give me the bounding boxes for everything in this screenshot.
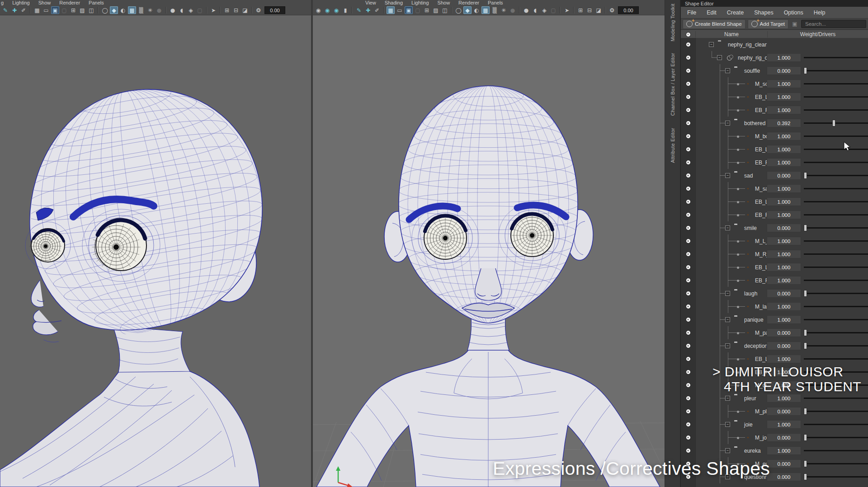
shape-row[interactable]: EB_R_bo 1.000 xyxy=(681,156,868,169)
weight-slider[interactable] xyxy=(804,431,868,444)
shape-name[interactable]: EB_L_sou xyxy=(755,94,767,100)
weight-value-field[interactable]: 1.000 xyxy=(767,93,801,101)
exposure-icon[interactable]: ❂ xyxy=(255,6,263,14)
visibility-toggle[interactable] xyxy=(681,278,695,283)
viewport-menu-item[interactable]: g xyxy=(1,0,4,5)
visibility-toggle[interactable] xyxy=(681,343,695,348)
shape-row[interactable]: deception 0.000 xyxy=(681,339,868,352)
visibility-toggle[interactable] xyxy=(681,330,695,335)
visibility-toggle[interactable] xyxy=(681,94,695,99)
textured-icon[interactable]: ▩ xyxy=(481,6,490,14)
wireframe-icon[interactable]: ◯ xyxy=(454,6,462,14)
textured-icon[interactable]: ▩ xyxy=(128,6,136,14)
weight-value-field[interactable]: 1.000 xyxy=(767,211,801,219)
visibility-toggle[interactable] xyxy=(681,225,695,230)
weight-value-field[interactable]: 0.000 xyxy=(767,459,801,468)
weight-value-field[interactable]: 1.000 xyxy=(767,53,801,62)
shape-row[interactable]: sad 0.000 xyxy=(681,169,868,182)
create-blend-shape-button[interactable]: Create Blend Shape xyxy=(683,19,745,29)
xray-joints-icon[interactable]: ⊟ xyxy=(232,6,240,14)
shape-row[interactable]: EB_L_bot 1.000 xyxy=(681,143,868,156)
weight-value-field[interactable]: 1.000 xyxy=(767,237,801,245)
shape-row[interactable]: panique 1.000 xyxy=(681,313,868,326)
weight-slider[interactable] xyxy=(804,352,868,365)
tab-attribute-editor[interactable]: Attribute Editor xyxy=(670,128,675,163)
visibility-toggle[interactable] xyxy=(681,121,695,126)
weight-value-field[interactable]: 0.000 xyxy=(767,473,801,481)
weight-slider[interactable] xyxy=(804,326,868,339)
shape-editor-menu-item[interactable]: Options xyxy=(784,9,803,16)
shape-row[interactable]: M_bothe 1.000 xyxy=(681,130,868,143)
shape-name[interactable]: M_L_smi xyxy=(755,238,767,244)
exposure-field[interactable]: 0.00 xyxy=(618,6,639,14)
weight-slider[interactable] xyxy=(804,208,868,221)
viewport-canvas-left[interactable] xyxy=(0,15,311,487)
slider-handle[interactable] xyxy=(804,172,807,179)
shape-row[interactable]: joie 1.000 xyxy=(681,418,868,431)
visibility-toggle[interactable] xyxy=(681,383,695,388)
shape-row[interactable]: EB_L_smi 1.000 xyxy=(681,261,868,274)
slider-handle[interactable] xyxy=(804,473,807,480)
multisample-icon[interactable]: ◈ xyxy=(540,6,548,14)
visibility-toggle[interactable] xyxy=(681,239,695,244)
visibility-toggle[interactable] xyxy=(681,212,695,217)
shape-name[interactable]: laugh xyxy=(744,290,757,297)
ao-icon[interactable]: ● xyxy=(169,6,177,14)
filter-icon[interactable]: ▣ xyxy=(791,20,799,28)
weight-value-field[interactable]: 1.000 xyxy=(767,132,801,140)
xray-joints-icon[interactable]: ⊟ xyxy=(585,6,594,14)
weight-value-field[interactable]: 1.000 xyxy=(767,197,801,206)
shaded-wire-icon[interactable]: ◐ xyxy=(472,6,481,14)
film-gate-icon[interactable]: ▭ xyxy=(42,6,50,14)
shape-row[interactable]: M_souff 1.000 xyxy=(681,77,868,90)
weight-slider[interactable] xyxy=(804,300,868,313)
weight-slider[interactable] xyxy=(804,64,868,77)
exposure-field[interactable]: 0.00 xyxy=(264,6,285,14)
shape-row[interactable]: bothered 0.392 xyxy=(681,117,868,130)
viewport-menu-item[interactable]: View xyxy=(365,0,376,5)
field-chart-icon[interactable]: ⊞ xyxy=(423,6,431,14)
gate-mask-icon[interactable]: ▢ xyxy=(60,6,68,14)
shape-name[interactable]: M_pleur xyxy=(755,408,767,415)
shape-name[interactable]: pleur xyxy=(744,395,756,402)
visibility-toggle[interactable] xyxy=(681,448,695,453)
expand-toggle[interactable] xyxy=(725,121,730,126)
shape-row[interactable]: M_panic 0.000 xyxy=(681,326,868,339)
weight-value-field[interactable]: 0.000 xyxy=(767,342,801,350)
visibility-toggle[interactable] xyxy=(681,304,695,309)
visibility-toggle[interactable] xyxy=(681,108,695,112)
weight-value-field[interactable]: 1.000 xyxy=(767,250,801,258)
shape-name[interactable]: EB_R_sou xyxy=(755,107,767,113)
slider-handle[interactable] xyxy=(804,329,807,336)
motion-blur-icon[interactable]: ◖ xyxy=(178,6,186,14)
viewport-menu-item[interactable]: Lighting xyxy=(411,0,429,5)
weight-slider[interactable] xyxy=(804,195,868,208)
shape-name[interactable]: bothered xyxy=(744,120,765,126)
weight-slider[interactable] xyxy=(804,117,868,130)
shape-name[interactable]: M_souff xyxy=(755,81,767,87)
visibility-toggle[interactable] xyxy=(681,42,695,47)
multisample-icon[interactable]: ◈ xyxy=(187,6,195,14)
shape-row[interactable]: M_pleur 0.000 xyxy=(681,405,868,418)
shape-name[interactable]: EB_R_sm xyxy=(755,277,767,284)
weight-value-field[interactable]: 1.000 xyxy=(767,394,801,403)
expand-toggle[interactable] xyxy=(725,173,730,178)
shape-name[interactable]: eureka xyxy=(744,448,761,454)
depth-peel-icon[interactable]: ▢ xyxy=(196,6,204,14)
expand-toggle[interactable] xyxy=(725,396,730,401)
shape-name[interactable]: M_laugh xyxy=(755,304,767,310)
shape-editor-menu-item[interactable]: Shapes xyxy=(754,9,773,16)
visibility-toggle[interactable] xyxy=(681,265,695,270)
safe-title-icon[interactable]: ◫ xyxy=(441,6,449,14)
shape-name[interactable]: nephy_rig_clean xyxy=(738,55,767,61)
viewport-menu-item[interactable]: Show xyxy=(38,0,51,5)
shape-row[interactable]: smile 0.000 xyxy=(681,221,868,234)
film-gate-icon[interactable]: ▭ xyxy=(396,6,404,14)
weight-slider[interactable] xyxy=(804,90,868,103)
visibility-toggle[interactable] xyxy=(681,55,695,60)
visibility-toggle[interactable] xyxy=(681,474,695,479)
select-camera-icon[interactable]: ◉ xyxy=(314,6,322,14)
weight-slider[interactable] xyxy=(804,248,868,261)
shape-row[interactable]: M_sad 1.000 xyxy=(681,182,868,195)
visibility-toggle[interactable] xyxy=(681,147,695,152)
